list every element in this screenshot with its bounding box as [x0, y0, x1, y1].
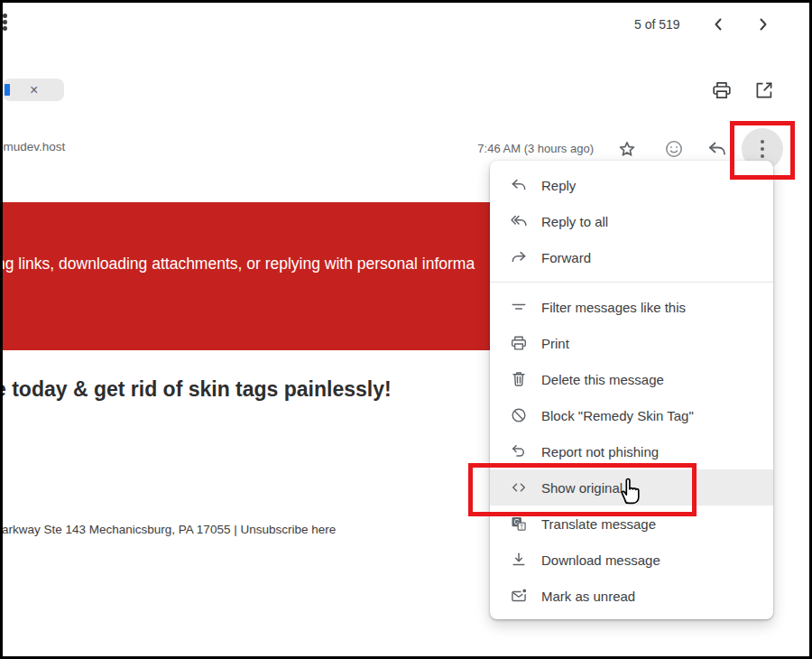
phishing-warning-banner: ng links, downloading attachments, or re…	[3, 202, 490, 350]
menu-item-show-original[interactable]: Show original	[490, 469, 773, 506]
star-icon	[616, 138, 638, 160]
code-icon	[510, 478, 528, 497]
email-footer-fragment: Parkway Ste 143 Mechanicsburg, PA 17055 …	[0, 523, 492, 536]
block-icon	[510, 406, 528, 424]
chevron-right-icon	[752, 14, 774, 35]
more-vert-icon	[761, 137, 764, 160]
star-button[interactable]	[616, 138, 638, 160]
menu-item-reply[interactable]: Reply	[490, 167, 773, 203]
filter-icon	[510, 298, 528, 316]
menu-item-translate-message[interactable]: GT Translate message	[490, 506, 773, 542]
banner-text-fragment: ng links, downloading attachments, or re…	[3, 255, 475, 274]
kebab-menu-icon[interactable]	[3, 14, 8, 32]
open-in-new-icon	[753, 79, 775, 101]
emoji-icon	[663, 138, 685, 160]
menu-item-reply-to-all[interactable]: Reply to all	[490, 203, 773, 239]
emoji-reaction-button[interactable]	[663, 138, 685, 160]
menu-item-print[interactable]: Print	[490, 325, 773, 361]
svg-text:T: T	[520, 524, 524, 531]
undo-icon	[510, 442, 528, 460]
open-in-new-window-button[interactable]	[753, 79, 775, 101]
menu-item-mark-as-unread[interactable]: Mark as unread	[490, 578, 773, 614]
menu-divider	[490, 282, 773, 283]
sender-address-fragment: omudev.host	[0, 140, 83, 153]
trash-icon	[510, 370, 528, 388]
forward-icon	[510, 248, 528, 266]
reply-icon	[706, 138, 728, 160]
label-chip[interactable]: ×	[3, 79, 64, 101]
reply-button[interactable]	[706, 138, 728, 160]
more-options-menu: Reply Reply to all Forward Filter messag…	[490, 161, 773, 619]
menu-item-forward[interactable]: Forward	[490, 239, 773, 275]
download-icon	[510, 551, 528, 569]
print-icon	[510, 334, 528, 352]
mark-unread-icon	[510, 587, 528, 605]
reply-all-icon	[510, 212, 528, 230]
menu-item-report-not-phishing[interactable]: Report not phishing	[490, 433, 773, 469]
menu-item-download-message[interactable]: Download message	[490, 542, 773, 578]
print-all-button[interactable]	[711, 79, 733, 101]
newer-email-button[interactable]	[707, 14, 729, 35]
pagination-count: 5 of 519	[634, 17, 680, 32]
reply-icon	[510, 176, 528, 194]
older-email-button[interactable]	[752, 14, 774, 35]
translate-icon: GT	[510, 515, 528, 533]
chevron-left-icon	[707, 14, 729, 35]
print-icon	[711, 79, 733, 101]
menu-item-delete-message[interactable]: Delete this message	[490, 361, 773, 397]
email-timestamp: 7:46 AM (3 hours ago)	[460, 142, 594, 155]
chip-close-icon[interactable]: ×	[30, 83, 38, 97]
gmail-message-view: 5 of 519 × omudev.host 7:46	[0, 0, 812, 659]
menu-item-block-sender[interactable]: Block "Remedy Skin Tag"	[490, 397, 773, 433]
menu-item-filter-messages[interactable]: Filter messages like this	[490, 289, 773, 325]
chip-label-fragment	[5, 84, 10, 96]
email-heading-fragment: e today & get rid of skin tags painlessl…	[0, 377, 492, 402]
